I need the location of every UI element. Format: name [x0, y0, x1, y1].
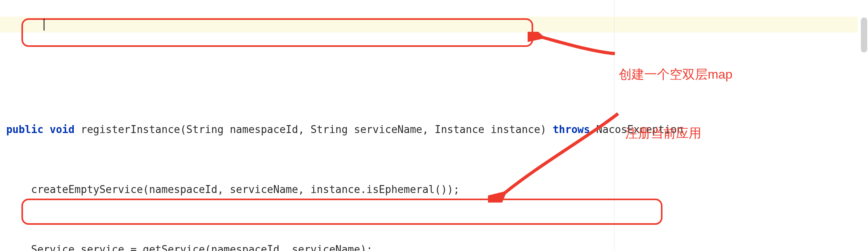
code-line: createEmptyService(namespaceId, serviceN… — [0, 182, 868, 197]
method-name: registerInstance — [81, 124, 180, 135]
text-cursor — [44, 19, 44, 31]
code-line — [0, 152, 868, 167]
current-line-highlight — [0, 17, 858, 33]
code-block: public void registerInstance(String name… — [0, 107, 868, 251]
stmt-getService: Service service = getService(namespaceId… — [31, 243, 373, 251]
code-line: public void registerInstance(String name… — [0, 122, 868, 137]
call-createEmptyService: createEmptyService(namespaceId, serviceN… — [31, 183, 459, 195]
keyword-throws: throws — [553, 124, 590, 135]
method-params: (String namespaceId, String serviceName,… — [180, 124, 547, 135]
keyword-void: void — [50, 124, 75, 135]
vertical-scrollbar-thumb[interactable] — [861, 17, 867, 52]
code-editor[interactable]: public void registerInstance(String name… — [0, 0, 868, 251]
arrow-to-createEmptyService — [528, 32, 619, 64]
keyword-public: public — [6, 124, 44, 135]
code-line — [0, 212, 868, 228]
annotation-create-map: 创建一个空双层map — [619, 65, 732, 83]
annotation-register-app: 注册当前应用 — [625, 124, 701, 142]
code-line: Service service = getService(namespaceId… — [0, 242, 868, 251]
